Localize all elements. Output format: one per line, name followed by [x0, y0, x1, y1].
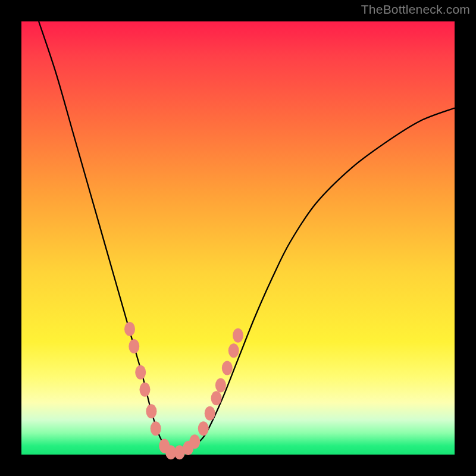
curve-marker [135, 365, 146, 380]
curve-marker [228, 343, 239, 358]
curve-marker [205, 406, 215, 421]
bottleneck-curve [39, 21, 455, 455]
curve-marker [233, 328, 243, 343]
curve-marker [139, 383, 150, 397]
watermark-text: TheBottleneck.com [361, 2, 470, 17]
chart-plot-area [21, 21, 455, 455]
chart-svg [21, 21, 455, 455]
curve-marker [129, 339, 139, 353]
curve-marker [151, 421, 161, 436]
curve-marker [189, 434, 200, 449]
curve-marker [124, 322, 135, 336]
curve-marker [222, 361, 233, 375]
curve-marker [146, 404, 156, 418]
curve-marker [198, 421, 209, 436]
curve-marker [211, 391, 222, 405]
curve-marker [215, 378, 226, 393]
chart-frame: TheBottleneck.com [0, 0, 476, 476]
